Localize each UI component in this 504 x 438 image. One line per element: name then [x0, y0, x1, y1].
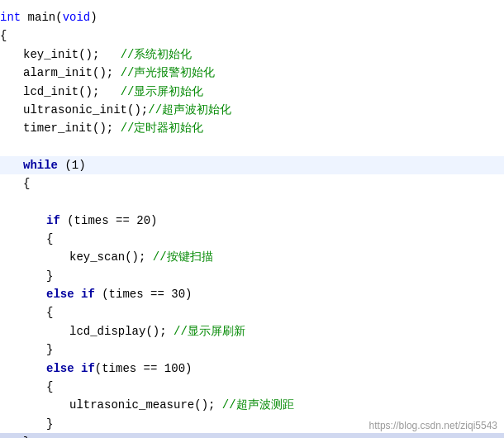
token: ): [150, 212, 157, 230]
code-line: key_scan(); //按键扫描: [0, 248, 504, 266]
code-container: int main(void){key_init(); //系统初始化alarm_…: [0, 0, 504, 438]
code-line: else if(times == 100): [0, 359, 504, 378]
code-line: ultrasonic_measure(); //超声波测距: [0, 396, 504, 414]
code-line: {: [0, 230, 504, 248]
token: //超声波测距: [222, 396, 294, 414]
token: ): [90, 8, 97, 26]
code-line: lcd_display(); //显示屏刷新: [0, 322, 504, 340]
token: ): [78, 156, 85, 174]
token: alarm_init: [23, 64, 93, 82]
token: (times ==: [95, 359, 164, 378]
token: void: [63, 8, 91, 26]
token: (times ==: [95, 285, 171, 303]
token: 20: [136, 212, 150, 230]
code-line: [0, 193, 504, 212]
token: {: [23, 174, 30, 193]
code-line: }: [0, 433, 504, 438]
token: }: [46, 340, 53, 359]
token: if: [46, 212, 60, 230]
token: }: [23, 433, 30, 438]
code-line: key_init(); //系统初始化: [0, 45, 504, 64]
token: 100: [164, 359, 185, 378]
token: main: [28, 8, 56, 26]
token: else if: [46, 359, 95, 378]
code-line: {: [0, 303, 504, 321]
code-line: while (1): [0, 156, 504, 174]
token: //定时器初始化: [121, 119, 204, 137]
token: ();: [127, 101, 148, 119]
token: {: [46, 303, 53, 321]
token: }: [46, 415, 53, 433]
token: {: [46, 230, 53, 248]
code-line: [0, 138, 504, 156]
token: int: [0, 8, 28, 26]
token: //按键扫描: [153, 248, 213, 266]
token: else if: [46, 285, 95, 303]
token: ();: [194, 396, 222, 414]
code-line: ultrasonic_init();//超声波初始化: [0, 101, 504, 119]
token: key_init: [23, 45, 78, 64]
code-block: int main(void){key_init(); //系统初始化alarm_…: [0, 8, 504, 438]
token: //超声波初始化: [148, 101, 231, 119]
code-line: {: [0, 174, 504, 193]
code-line: }: [0, 340, 504, 359]
code-line: if (times == 20): [0, 212, 504, 230]
code-line: else if (times == 30): [0, 285, 504, 303]
token: //系统初始化: [121, 45, 193, 64]
token: ultrasonic_init: [23, 101, 127, 119]
token: ): [185, 285, 192, 303]
token: lcd_init: [23, 83, 78, 101]
token: (: [58, 156, 72, 174]
token: ();: [145, 322, 174, 340]
code-line: {: [0, 26, 504, 45]
code-line: int main(void): [0, 8, 504, 26]
token: ();: [125, 248, 153, 266]
token: 1: [72, 156, 78, 174]
watermark: https://blog.csdn.net/ziqi5543: [369, 420, 497, 431]
token: 30: [171, 285, 185, 303]
token: ();: [78, 83, 120, 101]
token: ultrasonic_measure: [69, 396, 194, 414]
token: key_scan: [69, 248, 125, 266]
token: ();: [78, 45, 120, 64]
code-line: }: [0, 267, 504, 285]
token: timer_init: [23, 119, 93, 137]
code-line: alarm_init(); //声光报警初始化: [0, 64, 504, 82]
token: ();: [93, 119, 121, 137]
code-line: {: [0, 378, 504, 396]
token: while: [23, 156, 58, 174]
code-line: timer_init(); //定时器初始化: [0, 119, 504, 137]
token: {: [46, 378, 53, 396]
token: ();: [93, 64, 121, 82]
token: ): [185, 359, 192, 378]
code-line: lcd_init(); //显示屏初始化: [0, 83, 504, 101]
token: {: [0, 26, 7, 45]
token: (: [55, 8, 62, 26]
token: //显示屏初始化: [121, 83, 204, 101]
token: }: [46, 267, 53, 285]
token: //声光报警初始化: [121, 64, 216, 82]
token: (times ==: [60, 212, 136, 230]
token: //显示屏刷新: [174, 322, 245, 340]
token: lcd_display: [69, 322, 145, 340]
